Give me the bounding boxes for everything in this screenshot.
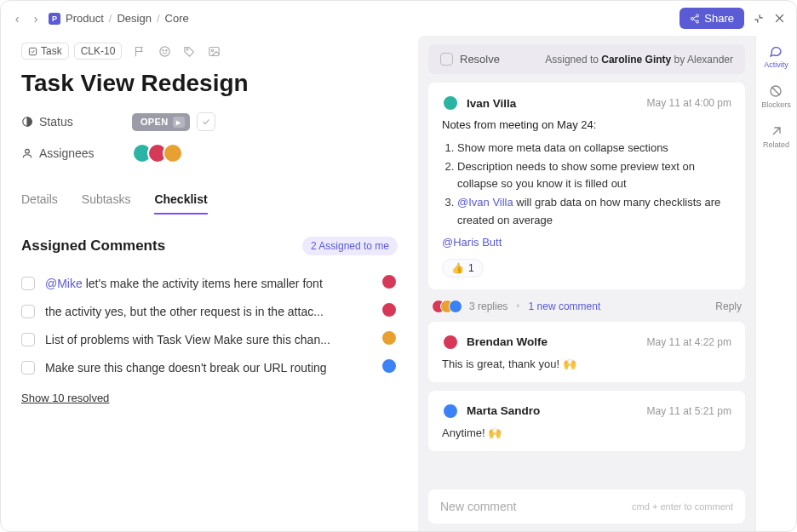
check-checkbox[interactable] [21, 361, 35, 375]
svg-line-4 [694, 16, 697, 18]
tag-icon[interactable] [183, 45, 196, 58]
show-resolved-link[interactable]: Show 10 resolved [21, 392, 398, 404]
tab-subtasks[interactable]: Subtasks [82, 192, 131, 215]
svg-point-11 [186, 49, 188, 50]
resolve-label: Resolve [460, 53, 500, 66]
status-icon [21, 116, 33, 128]
project-icon: P [49, 13, 60, 25]
check-text: the activity yes, but the other request … [45, 305, 370, 318]
avatar [381, 329, 398, 346]
comment-body: This is great, thank you! 🙌 [442, 358, 731, 370]
breadcrumb-design[interactable]: Design [117, 12, 151, 25]
reaction-button[interactable]: 👍 1 [442, 259, 484, 277]
new-comment-input[interactable]: New comment cmd + enter to comment [428, 489, 745, 523]
close-icon[interactable] [773, 12, 786, 25]
reply-button[interactable]: Reply [715, 300, 742, 312]
resolve-bar: Resolve Assigned to Caroline Ginty by Al… [428, 44, 745, 74]
breadcrumb: P Product / Design / Core [49, 12, 189, 25]
avatar [449, 300, 462, 313]
check-checkbox[interactable] [21, 333, 35, 346]
svg-point-13 [212, 49, 215, 52]
assignees-label: Assignees [39, 146, 95, 160]
svg-point-9 [163, 49, 163, 50]
tabs: Details Subtasks Checklist [21, 192, 398, 215]
thread-title: Notes from meeting on May 24: [442, 118, 731, 131]
resolve-assignment: Assigned to Caroline Ginty by Alexander [545, 54, 733, 66]
avatar [442, 94, 459, 112]
tab-checklist[interactable]: Checklist [154, 192, 207, 215]
block-icon [769, 84, 783, 98]
thread-mention[interactable]: @Haris Butt [442, 236, 731, 249]
check-checkbox[interactable] [21, 277, 35, 290]
check-item: the activity yes, but the other request … [21, 297, 398, 325]
status-next-icon[interactable]: ▸ [173, 117, 184, 128]
nav-forward-icon[interactable]: › [30, 12, 42, 26]
right-sidebar: Activity Blockers Related [755, 36, 796, 532]
comment-time: May 11 at 5:21 pm [647, 405, 731, 417]
avatar [381, 301, 398, 318]
svg-line-17 [772, 87, 780, 94]
check-item: List of problems with Task View Make sur… [21, 325, 398, 353]
thread-footer: 3 replies • 1 new comment Reply [428, 300, 745, 313]
check-list: @Mike let's make the activity items here… [21, 269, 398, 381]
thread-points: Show more meta data on collapse sections… [457, 140, 731, 229]
avatar [442, 403, 459, 420]
collapse-icon[interactable] [753, 13, 765, 25]
comment-body: Anytime! 🙌 [442, 426, 731, 439]
check-item: Make sure this change doesn't break our … [21, 353, 398, 381]
breadcrumb-project[interactable]: Product [66, 12, 104, 25]
activity-panel: Resolve Assigned to Caroline Ginty by Al… [418, 36, 755, 532]
topbar: ‹ › P Product / Design / Core Share [1, 1, 796, 36]
side-related[interactable]: Related [763, 124, 789, 149]
svg-point-8 [160, 46, 169, 55]
avatar [381, 358, 398, 375]
avatar [163, 143, 183, 163]
page-title: Task View Redesign [21, 70, 398, 97]
svg-point-2 [697, 20, 699, 23]
replies-count[interactable]: 3 replies [469, 300, 507, 312]
thread-author: Ivan Villa [467, 97, 516, 110]
avatar [442, 334, 459, 351]
thread-card: Ivan Villa May 11 at 4:00 pm Notes from … [428, 83, 745, 289]
left-panel: Task CLK-10 Task View Redesign Status OP… [1, 36, 418, 532]
id-chip[interactable]: CLK-10 [74, 43, 123, 60]
status-pill[interactable]: OPEN ▸ [132, 113, 190, 131]
resolve-checkbox[interactable] [440, 53, 453, 66]
check-item: @Mike let's make the activity items here… [21, 269, 398, 297]
svg-point-1 [691, 17, 694, 20]
assignees-avatars[interactable] [132, 143, 183, 163]
chat-icon [769, 44, 783, 58]
comment-card: Marta Sandro May 11 at 5:21 pm Anytime! … [428, 391, 745, 451]
image-icon[interactable] [208, 45, 221, 58]
share-icon [690, 14, 700, 24]
share-button[interactable]: Share [679, 8, 744, 29]
avatar [381, 273, 398, 290]
check-text: @Mike let's make the activity items here… [45, 277, 370, 290]
smile-icon[interactable] [158, 45, 171, 58]
assignee-icon [21, 147, 33, 159]
new-comment-count[interactable]: 1 new comment [529, 300, 601, 312]
type-chip[interactable]: Task [21, 43, 69, 60]
svg-point-15 [26, 149, 30, 153]
svg-point-10 [166, 49, 167, 50]
related-icon [770, 124, 783, 138]
side-blockers[interactable]: Blockers [761, 84, 791, 109]
flag-icon[interactable] [134, 45, 146, 58]
check-checkbox[interactable] [21, 305, 35, 318]
svg-point-0 [697, 14, 699, 17]
status-label: Status [39, 115, 73, 129]
svg-line-3 [694, 19, 697, 20]
complete-checkbox[interactable] [197, 112, 215, 131]
task-icon [28, 47, 37, 56]
section-title: Assigned Comments [21, 237, 165, 255]
check-text: Make sure this change doesn't break our … [45, 361, 370, 375]
comment-author: Marta Sandro [467, 404, 540, 417]
assigned-badge[interactable]: 2 Assigned to me [302, 237, 398, 255]
breadcrumb-core[interactable]: Core [165, 12, 189, 25]
svg-rect-7 [29, 48, 36, 54]
nav-back-icon[interactable]: ‹ [11, 12, 23, 26]
tab-details[interactable]: Details [21, 192, 58, 215]
comment-card: Brendan Wolfe May 11 at 4:22 pm This is … [428, 322, 745, 382]
side-activity[interactable]: Activity [764, 44, 788, 69]
svg-rect-12 [209, 47, 219, 55]
